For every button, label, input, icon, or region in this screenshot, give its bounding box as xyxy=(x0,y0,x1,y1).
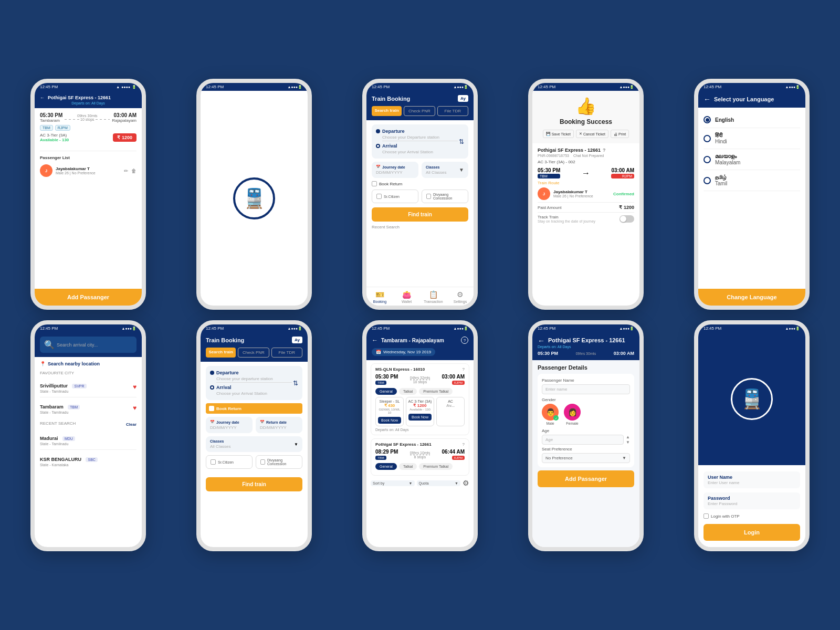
age-down-btn[interactable]: ▼ xyxy=(626,440,630,445)
radio-malayalam[interactable] xyxy=(704,156,711,163)
swap-stations-button[interactable]: ⇅ xyxy=(459,138,464,145)
help-icon[interactable]: ? xyxy=(461,337,468,344)
p7-return-date[interactable]: 📅 Return date DD/MM/YYYY xyxy=(256,417,302,433)
paid-amount-label: Paid Amount xyxy=(538,205,561,210)
city-madurai[interactable]: Madurai MDU State - Tamilnadu xyxy=(40,430,136,448)
save-ticket-button[interactable]: 💾 Save Ticket xyxy=(543,130,574,138)
p7-swap-btn[interactable]: ⇅ xyxy=(293,380,298,387)
journey-date-box[interactable]: 📅 Journey date DD/MM/YYYY xyxy=(372,162,418,178)
age-input[interactable]: Age xyxy=(542,435,624,445)
phone2-content: 🚆 xyxy=(201,91,308,306)
password-field[interactable]: Password Enter Password xyxy=(704,492,800,509)
track-train-toggle[interactable] xyxy=(620,215,634,223)
train2-help[interactable]: ? xyxy=(463,442,465,447)
transaction-icon: 📋 xyxy=(429,290,438,299)
delete-icon[interactable]: 🗑 xyxy=(131,168,136,174)
lang-hindi[interactable]: हिंदी Hindi xyxy=(704,128,800,149)
nav-transaction[interactable]: 📋 Transaction xyxy=(420,290,447,303)
password-input[interactable]: Enter Password xyxy=(708,501,796,506)
find-train-button[interactable]: Find train xyxy=(372,207,468,222)
tab2-premium[interactable]: Premium Tatkal xyxy=(419,463,453,470)
change-language-button[interactable]: Change Language xyxy=(698,289,805,306)
back-arrow-icon[interactable]: ← xyxy=(704,95,711,103)
tab-check-pnr[interactable]: Check PNR xyxy=(404,106,435,116)
sr-citizen-box[interactable]: Sr.Citizen xyxy=(372,190,418,203)
lang-malayalam[interactable]: മലയാളം Malayalam xyxy=(704,149,800,170)
p7-sr-citizen[interactable]: Sr.Citizen xyxy=(206,455,253,469)
add-passenger-form-btn[interactable]: Add Passanger xyxy=(538,470,634,487)
heart-icon[interactable]: ♥ xyxy=(133,383,136,391)
arrival-placeholder[interactable]: Choose your Arrival Station xyxy=(382,150,464,154)
book-3a-btn[interactable]: Book Now xyxy=(408,414,432,421)
tab-file-tdr[interactable]: File TDR xyxy=(437,106,468,116)
search-input-box[interactable]: 🔍 Search arrival city... xyxy=(40,337,136,353)
nav-booking[interactable]: 🎫 Booking xyxy=(366,290,393,303)
seat-preference-select[interactable]: No Preference ▼ xyxy=(542,453,630,463)
heart-icon-2[interactable]: ♥ xyxy=(133,404,136,412)
tab2-general[interactable]: General xyxy=(375,463,397,470)
language-title: Select your Language xyxy=(714,96,774,102)
radio-hindi[interactable] xyxy=(704,135,711,142)
gender-female[interactable]: 👩 Female xyxy=(564,404,581,425)
city-srivilliputtur[interactable]: Srivilliputtur SVPR State - Tamilnadu ♥ xyxy=(40,377,136,396)
duration: 09hrs 30mts xyxy=(65,114,110,118)
phone2-wrapper: 12:45 PM ▲●●●🔋 🚆 xyxy=(176,79,332,310)
chat-status: Chat Not Prepared xyxy=(573,154,604,158)
class-box[interactable]: Classes All Classes ▼ xyxy=(422,162,468,178)
tab7-search[interactable]: Search train xyxy=(206,348,236,358)
tab2-tatkal[interactable]: Tatkal xyxy=(399,463,417,470)
p7-arrival-placeholder[interactable]: Choose your Arrival Station xyxy=(216,391,298,396)
p7-divyaang[interactable]: Divyaang Concession xyxy=(256,455,302,469)
edit-icon[interactable]: ✏ xyxy=(124,168,128,174)
tab-search-train[interactable]: Search train xyxy=(372,106,402,116)
tab-premium[interactable]: Premium Tatkal xyxy=(419,388,453,395)
p7-journey-date[interactable]: 📅 Journey date DD/MM/YYYY xyxy=(206,417,253,433)
tab7-pnr[interactable]: Check PNR xyxy=(238,348,269,358)
city-tambaram[interactable]: Tambaram TBM State - Tamilnadu ♥ xyxy=(40,398,136,417)
gender-male[interactable]: 👨 ✓ Male xyxy=(542,404,559,425)
divyaang-box[interactable]: Divyaang Concession xyxy=(422,190,468,203)
back-arrow-icon[interactable]: ← xyxy=(40,95,45,100)
lang-english[interactable]: English xyxy=(704,112,800,128)
tab-tatkal[interactable]: Tatkal xyxy=(399,388,417,395)
phone6: 12:45 PM ▲●●●🔋 🔍 Search arrival city... … xyxy=(30,320,146,551)
username-input[interactable]: Enter User name xyxy=(708,480,796,485)
nav-wallet[interactable]: 👛 Wallet xyxy=(393,290,420,303)
sr-citizen-checkbox[interactable] xyxy=(376,194,382,199)
lang-tamil[interactable]: தமிழ் Tamil xyxy=(704,170,800,191)
age-up-btn[interactable]: ▲ xyxy=(626,435,630,439)
departure-placeholder[interactable]: Choose your Departure station xyxy=(382,135,464,140)
p7-classes[interactable]: Classes All Classes ▼ xyxy=(206,436,302,452)
tab-general[interactable]: General xyxy=(375,388,397,395)
radio-tamil[interactable] xyxy=(704,177,711,184)
sort-by-select[interactable]: Sort by ▼ xyxy=(371,480,415,486)
divyaang-checkbox[interactable] xyxy=(426,194,431,199)
p9-back-btn[interactable]: ← xyxy=(538,337,545,345)
p7-find-train-button[interactable]: Find train xyxy=(206,477,302,491)
malayalam-native: മലയാളം xyxy=(715,153,740,160)
otp-checkbox[interactable] xyxy=(704,513,709,519)
book-return-checkbox[interactable] xyxy=(372,181,377,186)
username-field[interactable]: User Name Enter User name xyxy=(704,471,800,488)
tab7-tdr[interactable]: File TDR xyxy=(271,348,302,358)
booked-passenger-row: J Jayabalakumar T Male 26 | No Preferenc… xyxy=(538,187,634,200)
book-sleeper-btn[interactable]: Book Now xyxy=(378,417,401,424)
print-button[interactable]: 🖨 Print xyxy=(611,130,629,138)
train1-help[interactable]: ? xyxy=(463,367,465,372)
clear-button[interactable]: Clear xyxy=(126,422,136,427)
ticket-actions: 💾 Save Ticket ✕ Cancel Ticket 🖨 Print xyxy=(538,130,634,138)
help-icon[interactable]: ? xyxy=(603,148,606,153)
nearby-location-btn[interactable]: 📍 Search nearby location xyxy=(40,361,136,366)
p7-departure-placeholder[interactable]: Choose your departure station xyxy=(216,376,298,381)
city-bengaluru[interactable]: KSR BENGALURU SBC State - Karnataka xyxy=(40,451,136,469)
train-route-link[interactable]: Train Route xyxy=(538,181,634,185)
quota-select[interactable]: Quota ▼ xyxy=(417,480,461,486)
add-passenger-button[interactable]: Add Passanger xyxy=(35,289,142,306)
login-button[interactable]: Login xyxy=(704,524,800,541)
cancel-ticket-button[interactable]: ✕ Cancel Ticket xyxy=(576,130,608,138)
radio-english[interactable] xyxy=(704,116,711,123)
name-input[interactable]: Enter name xyxy=(542,384,630,394)
p8-back-icon[interactable]: ← xyxy=(372,337,378,344)
nav-settings[interactable]: ⚙ Settings xyxy=(447,290,474,303)
filter-icon[interactable]: ⚙ xyxy=(463,479,469,487)
